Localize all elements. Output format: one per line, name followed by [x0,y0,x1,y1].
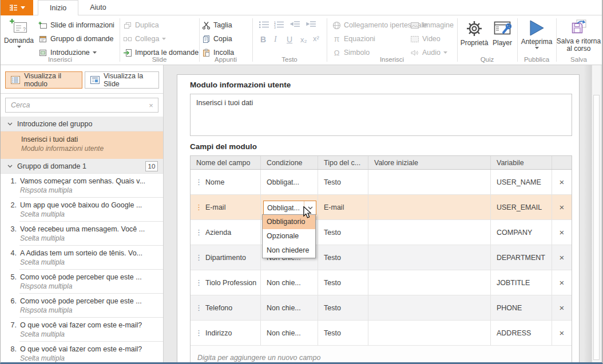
anteprima-button[interactable]: Anteprima [518,17,555,49]
dropdown-option[interactable]: Non chiedere [263,243,315,258]
view-form-button[interactable]: Visualizza il modulo [5,71,82,89]
subscript-button[interactable]: x₂ [300,35,307,44]
search-input[interactable] [6,101,144,109]
drag-handle-icon[interactable]: ⋮ [195,179,200,185]
condition-value[interactable]: Non chie... [267,279,301,287]
field-name[interactable]: Nome [205,178,224,186]
drag-handle-icon[interactable]: ⋮ [195,280,200,286]
variable-name[interactable]: USER_EMAIL [491,195,552,219]
add-field-hint[interactable]: Digita per aggiungere un nuovo campo [191,346,572,362]
question-item[interactable]: 2.Um app que você baixou do Google ...Sc… [1,198,163,222]
question-item[interactable]: 7.O que você vai fazer com este e-mail?S… [1,318,163,342]
sidebar-item-inserisci-dati[interactable]: Inserisci i tuoi dati Modulo informazion… [1,131,163,159]
question-item[interactable]: 5.Como você pode perceber que este ...Ri… [1,270,163,294]
field-name[interactable]: Telefono [205,304,232,312]
drag-handle-icon[interactable]: ⋮ [195,305,200,311]
drag-handle-icon[interactable]: ⋮ [195,330,200,336]
variable-name[interactable]: PHONE [491,295,552,320]
italic-button[interactable]: I [274,35,277,44]
variable-name[interactable]: ADDRESS [491,321,552,345]
question-item[interactable]: 3.Você recebeu uma mensagem. Você ...Sce… [1,222,163,246]
drag-handle-icon[interactable]: ⋮ [195,255,200,261]
delete-field-button[interactable]: × [552,227,572,237]
slide-informazioni-button[interactable]: Slide di informazioni [38,19,114,31]
column-header[interactable]: Condizione [261,156,318,169]
immagine-button[interactable]: Immagine [410,19,454,31]
initial-value[interactable] [368,220,491,245]
initial-value[interactable] [368,321,491,345]
initial-value[interactable] [368,170,491,194]
numbered-list-button[interactable]: 123 [274,21,284,29]
initial-value[interactable] [368,295,491,320]
field-type[interactable]: Testo [318,245,368,270]
field-type[interactable]: Testo [318,170,368,194]
collega-button[interactable]: Collega [123,33,166,45]
column-header[interactable] [552,156,572,169]
column-header[interactable]: Variabile [491,156,552,169]
equazioni-button[interactable]: π Equazioni [332,33,375,45]
tree-header-gruppo-domande[interactable]: Gruppo di domande 1 10 [1,159,163,174]
video-button[interactable]: Video [410,33,441,45]
underline-button[interactable]: U [287,35,292,44]
question-item[interactable]: 1.Vamos começar com senhas. Quais v...Ri… [1,174,163,198]
condition-value[interactable]: Non chie... [267,329,301,337]
initial-value[interactable] [368,270,491,295]
field-type[interactable]: Testo [318,295,368,320]
variable-name[interactable]: DEPARTMENT [491,245,552,270]
variable-name[interactable]: COMPANY [491,220,552,245]
field-type[interactable]: Testo [318,220,368,245]
drag-handle-icon[interactable]: ⋮ [195,230,200,235]
app-menu-button[interactable] [1,0,33,15]
field-name[interactable]: Tiolo Profession [205,279,256,287]
delete-field-button[interactable]: × [552,253,572,262]
gruppo-domande-button[interactable]: Gruppo di domande [38,33,114,45]
increase-indent-button[interactable] [306,21,316,27]
delete-field-button[interactable]: × [552,328,572,338]
drag-handle-icon[interactable]: ⋮ [195,205,200,210]
vertical-scrollbar[interactable] [592,65,601,362]
combobox-dropdown-button[interactable] [304,201,316,214]
tab-inizio[interactable]: Inizio [38,0,78,16]
bold-button[interactable]: B [260,35,266,44]
bullet-list-button[interactable] [259,21,269,29]
tree-header-introduzione[interactable]: Introduzione del gruppo [1,117,163,131]
initial-value[interactable] [368,245,491,270]
copia-button[interactable]: Copia [202,33,232,45]
column-header[interactable]: Nome del campo [191,156,261,169]
delete-field-button[interactable]: × [552,278,572,287]
delete-field-button[interactable]: × [552,202,572,212]
condition-combobox[interactable]: Obbligat... [263,201,316,215]
taglia-button[interactable]: Taglia [202,19,232,31]
table-row[interactable]: ⋮Tiolo ProfessionNon chie...TestoJOBTITL… [191,270,572,295]
view-slide-button[interactable]: Visualizza la Slide [85,71,159,89]
tab-aiuto[interactable]: Aiuto [78,0,118,15]
column-header[interactable]: Valore iniziale [368,156,491,169]
domanda-button[interactable]: ? Domanda [2,17,36,48]
field-name[interactable]: Azienda [205,229,231,237]
table-row[interactable]: ⋮AziendaTestoCOMPANY× [191,220,572,245]
table-row[interactable]: ⋮E-mailObbligat...E-mailUSER_EMAIL× [191,195,572,220]
condition-value[interactable]: Non chie... [267,304,301,312]
table-row[interactable]: ⋮DipartimentoNon chie...TestoDEPARTMENT× [191,245,572,270]
duplica-button[interactable]: Duplica [123,19,159,31]
column-header[interactable]: Tipo del c... [318,156,368,169]
dropdown-option[interactable]: Obbligatorio [263,215,315,229]
table-row[interactable]: ⋮TelefonoNon chie...TestoPHONE× [191,295,572,321]
question-item[interactable]: 4.A Adidas tem um sorteio de tênis. Vo..… [1,246,163,270]
field-type[interactable]: Testo [318,270,368,295]
table-row[interactable]: ⋮IndirizzoNon chie...TestoADDRESS× [191,321,572,346]
proprieta-button[interactable]: Proprietà [459,17,489,47]
field-name[interactable]: Dipartimento [205,254,246,262]
question-item[interactable]: 8.O que você vai fazer com este e-mail?S… [1,342,163,362]
initial-value[interactable] [368,195,491,219]
field-name[interactable]: E-mail [205,203,225,211]
dropdown-option[interactable]: Opzionale [263,229,315,243]
decrease-indent-button[interactable] [290,21,300,27]
salva-ritorna-button[interactable]: Salva e ritorna al corso [556,17,601,53]
field-name[interactable]: Indirizzo [205,329,232,337]
table-row[interactable]: ⋮NomeObbligat...TestoUSER_NAME× [191,170,572,195]
delete-field-button[interactable]: × [552,303,572,313]
form-description-input[interactable]: Inserisci i tuoi dati [190,94,572,136]
player-button[interactable]: Player [489,17,515,47]
condition-value[interactable]: Obbligat... [267,178,299,186]
